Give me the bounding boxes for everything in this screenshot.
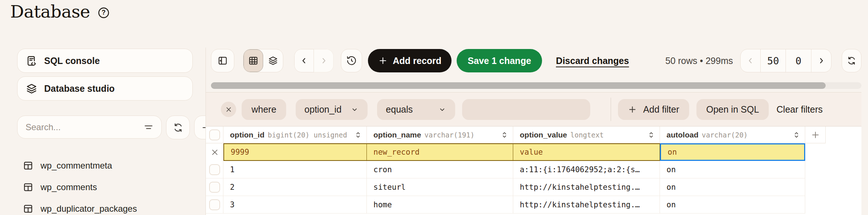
table-list-item-wp-comments[interactable]: wp_comments (17, 176, 193, 198)
table-row: 3 home http://kinstahelptesting.… on (206, 196, 861, 214)
row-select-cell[interactable] (206, 196, 223, 214)
filter-operator-select[interactable]: equals (377, 99, 455, 120)
search-input[interactable] (25, 122, 139, 133)
cell-option-name[interactable]: home (367, 196, 513, 214)
add-filter-button[interactable]: Add filter (618, 99, 689, 120)
sort-icon[interactable] (792, 130, 801, 140)
chevron-left-icon (746, 56, 755, 65)
prev-page-button[interactable] (741, 49, 760, 72)
cell-option-value[interactable]: a:11:{i:1764062952;a:2:{s… (513, 161, 660, 178)
back-button[interactable] (294, 49, 314, 72)
table-list-item-wp-commentmeta[interactable]: wp_commentmeta (17, 155, 193, 176)
cell-option-id[interactable]: 3 (223, 196, 367, 214)
sort-icon[interactable] (500, 130, 509, 140)
cell-option-value[interactable]: http://kinstahelptesting.… (513, 196, 660, 214)
view-mode-switcher (243, 49, 283, 72)
table-row: 1 cron a:11:{i:1764062952;a:2:{s… on (206, 161, 861, 178)
table-icon (23, 160, 34, 171)
column-header-option-value[interactable]: option_value longtext (513, 127, 660, 143)
refresh-icon (173, 122, 184, 133)
pagination-control: 50 0 (740, 49, 831, 72)
layers-icon (26, 83, 38, 95)
refresh-tables-button[interactable] (166, 116, 190, 139)
cell-option-name[interactable]: cron (367, 161, 513, 178)
cell-option-name[interactable]: siteurl (367, 178, 513, 196)
plus-icon (378, 56, 388, 65)
close-icon (211, 148, 219, 156)
forward-button[interactable] (314, 49, 334, 72)
column-name: option_id (230, 131, 264, 139)
history-button[interactable] (341, 49, 362, 72)
discard-row-button[interactable] (206, 143, 223, 161)
cell-autoload-selected[interactable]: on (660, 143, 805, 161)
row-checkbox[interactable] (209, 199, 220, 210)
cell-option-value[interactable]: http://kinstahelptesting.… (513, 178, 660, 196)
plus-icon (628, 105, 637, 114)
cell-option-id[interactable]: 1 (223, 161, 367, 178)
chevron-down-icon (350, 105, 359, 114)
page-limit-input[interactable]: 50 (760, 49, 786, 72)
query-stats: 50 rows • 299ms (665, 56, 733, 66)
sort-icon[interactable] (353, 130, 363, 140)
sidebar-item-sql-console[interactable]: SQL console (17, 49, 193, 73)
cell-spacer (805, 143, 826, 161)
clear-filters-button[interactable]: Clear filters (776, 104, 822, 115)
page-offset-input[interactable]: 0 (786, 49, 811, 72)
cell-spacer (805, 178, 826, 196)
column-type: bigint(20) unsigned (268, 131, 353, 139)
table-list: wp_commentmeta wp_comments wp_duplicator… (17, 155, 193, 215)
refresh-data-button[interactable] (842, 49, 861, 72)
select-all-cell[interactable] (206, 127, 223, 143)
table-list-item-wp-duplicator-packages[interactable]: wp_duplicator_packages (17, 198, 193, 215)
cell-option-value[interactable]: value (513, 143, 660, 161)
filter-value-input[interactable] (462, 99, 590, 120)
sql-console-icon (26, 55, 38, 67)
cell-option-name[interactable]: new_record (367, 143, 513, 161)
row-select-cell[interactable] (206, 178, 223, 196)
next-page-button[interactable] (811, 49, 831, 72)
main-panel: Add record Save 1 change Discard changes… (206, 49, 868, 215)
table-icon (23, 182, 34, 193)
toolbar: Add record Save 1 change Discard changes… (211, 49, 861, 73)
add-record-button[interactable]: Add record (368, 49, 452, 72)
open-in-sql-button[interactable]: Open in SQL (696, 99, 769, 120)
chevron-right-icon (817, 56, 826, 65)
table-row: 2 siteurl http://kinstahelptesting.… on (206, 178, 861, 196)
column-header-autoload[interactable]: autoload varchar(20) (660, 127, 805, 143)
chevron-right-icon (319, 56, 329, 65)
chevron-left-icon (299, 56, 309, 65)
row-checkbox[interactable] (209, 164, 220, 175)
select-all-checkbox[interactable] (209, 129, 220, 140)
cell-autoload[interactable]: on (660, 178, 805, 196)
sort-icon[interactable] (646, 130, 656, 140)
column-header-option-name[interactable]: option_name varchar(191) (367, 127, 513, 143)
column-header-option-id[interactable]: option_id bigint(20) unsigned (223, 127, 367, 143)
add-column-button[interactable] (805, 127, 826, 143)
svg-text:?: ? (101, 9, 105, 16)
table-list-label: wp_comments (41, 182, 97, 192)
grid-view-icon (248, 55, 259, 66)
row-checkbox[interactable] (209, 182, 220, 193)
sidebar-item-database-studio[interactable]: Database studio (17, 76, 193, 101)
filter-conjunction[interactable]: where (242, 99, 286, 120)
collapse-sidebar-button[interactable] (211, 49, 234, 72)
filter-operator-value: equals (386, 104, 413, 115)
save-changes-button[interactable]: Save 1 change (457, 49, 542, 72)
filter-column-select[interactable]: option_id (296, 99, 368, 120)
close-icon (225, 106, 232, 113)
remove-filter-button[interactable] (221, 102, 236, 117)
filter-lines-icon[interactable] (143, 122, 154, 133)
horizontal-scrollbar-thumb[interactable] (211, 82, 826, 89)
row-select-cell[interactable] (206, 161, 223, 178)
cell-autoload[interactable]: on (660, 161, 805, 178)
discard-changes-link[interactable]: Discard changes (556, 56, 629, 66)
cell-autoload[interactable]: on (660, 196, 805, 214)
view-mode-grid[interactable] (243, 49, 263, 72)
view-mode-structure[interactable] (263, 49, 283, 72)
refresh-icon (846, 56, 857, 66)
search-box[interactable] (17, 116, 162, 139)
help-icon[interactable]: ? (97, 7, 110, 19)
cell-option-id[interactable]: 2 (223, 178, 367, 196)
horizontal-scrollbar-track[interactable] (211, 82, 861, 89)
cell-option-id[interactable]: 9999 (223, 143, 367, 161)
